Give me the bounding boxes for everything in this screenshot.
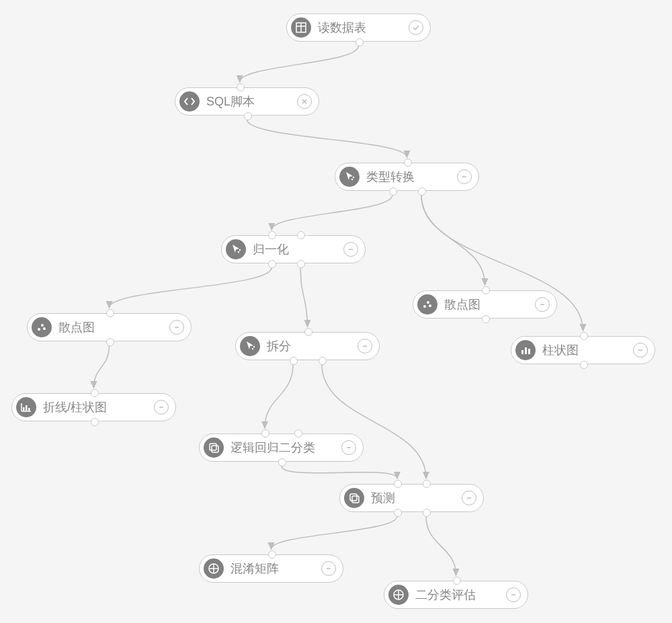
node-label: 类型转换 (366, 169, 452, 185)
node-label: 混淆矩阵 (230, 560, 316, 577)
node-label: 柱状图 (542, 342, 628, 358)
node-label: 折线/柱状图 (43, 399, 149, 415)
status-minus-icon[interactable] (154, 400, 169, 415)
svg-rect-25 (26, 405, 28, 411)
node-n5[interactable]: 散点图 (413, 290, 557, 319)
status-minus-icon[interactable] (535, 297, 550, 312)
node-n13[interactable]: 二分类评估 (384, 581, 528, 609)
svg-rect-32 (352, 496, 359, 503)
port-in[interactable] (394, 480, 402, 488)
svg-point-6 (238, 251, 239, 253)
grid-icon (388, 585, 409, 605)
edge (271, 516, 398, 549)
edge (240, 46, 359, 82)
node-n11[interactable]: 预测 (339, 484, 484, 512)
port-out[interactable] (418, 188, 426, 196)
svg-point-15 (43, 327, 46, 330)
node-n1[interactable]: 读数据表 (286, 13, 431, 42)
svg-point-13 (38, 328, 40, 331)
status-minus-icon[interactable] (633, 343, 648, 358)
svg-rect-28 (210, 444, 216, 450)
node-n9[interactable]: 折线/柱状图 (11, 393, 176, 421)
port-in[interactable] (453, 577, 461, 585)
status-minus-icon[interactable] (343, 242, 358, 257)
edge (282, 466, 398, 479)
edge (247, 120, 407, 157)
svg-point-4 (353, 177, 354, 178)
node-label: 散点图 (444, 296, 530, 313)
port-in[interactable] (268, 550, 276, 558)
port-in[interactable] (404, 159, 412, 167)
svg-point-18 (253, 346, 255, 347)
cursor-icon (339, 167, 360, 187)
svg-point-17 (252, 348, 253, 349)
port-out[interactable] (290, 357, 298, 365)
node-n4[interactable]: 归一化 (221, 235, 366, 263)
grid-icon (204, 558, 224, 579)
chart-icon (16, 397, 36, 417)
port-out[interactable] (482, 315, 490, 323)
node-n10[interactable]: 逻辑回归二分类 (199, 433, 364, 462)
node-n3[interactable]: 类型转换 (335, 163, 479, 191)
node-label: 归一化 (253, 241, 338, 257)
node-n8[interactable]: 柱状图 (511, 336, 655, 364)
status-minus-icon[interactable] (506, 587, 521, 602)
workflow-canvas[interactable]: 读数据表SQL脚本类型转换归一化散点图散点图拆分柱状图折线/柱状图逻辑回归二分类… (0, 0, 672, 623)
node-label: 预测 (371, 490, 456, 506)
cursor-icon (240, 336, 260, 356)
status-minus-icon[interactable] (321, 561, 336, 576)
port-out[interactable] (91, 418, 99, 426)
port-in[interactable] (423, 480, 431, 488)
svg-rect-21 (525, 347, 527, 354)
port-out[interactable] (106, 338, 114, 346)
port-out[interactable] (244, 112, 252, 120)
port-in[interactable] (261, 429, 269, 438)
svg-point-7 (239, 249, 241, 251)
edge (110, 267, 272, 308)
scatter-icon (32, 317, 52, 337)
svg-rect-31 (350, 494, 357, 501)
port-in[interactable] (580, 332, 588, 340)
port-out[interactable] (389, 188, 397, 196)
port-out[interactable] (268, 260, 276, 268)
node-label: 读数据表 (318, 19, 403, 36)
port-in[interactable] (297, 231, 305, 239)
port-out[interactable] (394, 509, 402, 517)
port-out[interactable] (580, 361, 588, 369)
node-n2[interactable]: SQL脚本 (175, 87, 319, 116)
port-out[interactable] (355, 38, 364, 46)
svg-rect-22 (528, 349, 530, 354)
node-n7[interactable]: 拆分 (235, 332, 380, 360)
status-minus-icon[interactable] (462, 491, 476, 505)
edge-layer (0, 0, 672, 623)
bar-icon (515, 340, 536, 360)
port-in[interactable] (304, 328, 312, 336)
svg-point-11 (429, 304, 431, 307)
port-in[interactable] (91, 389, 99, 397)
svg-rect-29 (212, 446, 218, 452)
node-n12[interactable]: 混淆矩阵 (199, 554, 343, 583)
svg-point-10 (427, 301, 429, 304)
port-in[interactable] (106, 309, 114, 317)
node-n6[interactable]: 散点图 (27, 313, 192, 341)
port-in[interactable] (294, 429, 302, 438)
status-minus-icon[interactable] (341, 440, 356, 455)
port-out[interactable] (278, 458, 286, 466)
layers-icon (204, 438, 224, 458)
node-label: 散点图 (58, 319, 164, 335)
port-in[interactable] (268, 231, 276, 239)
port-in[interactable] (237, 83, 245, 91)
svg-rect-26 (28, 408, 30, 411)
port-in[interactable] (482, 286, 490, 294)
status-check-icon[interactable] (409, 20, 423, 35)
port-out[interactable] (319, 357, 327, 365)
status-minus-icon[interactable] (358, 339, 372, 354)
scatter-icon (417, 294, 437, 315)
status-minus-icon[interactable] (457, 169, 472, 184)
layers-icon (344, 488, 364, 508)
table-icon (291, 17, 311, 38)
port-out[interactable] (297, 260, 305, 268)
status-cross-icon[interactable] (297, 94, 312, 109)
status-minus-icon[interactable] (169, 320, 184, 335)
port-out[interactable] (423, 509, 431, 517)
